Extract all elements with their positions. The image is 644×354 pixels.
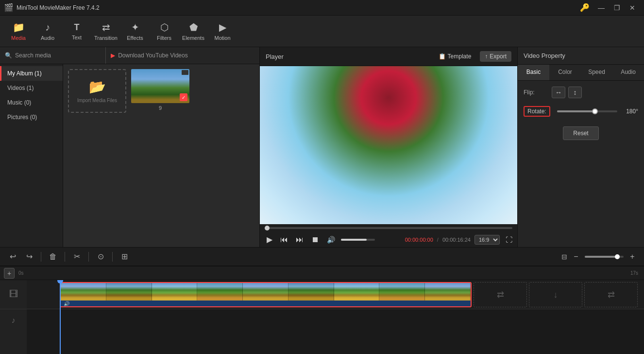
reset-button[interactable]: Reset <box>563 126 598 140</box>
crop-button[interactable]: ⊞ <box>118 250 131 264</box>
cut-button[interactable]: ✂ <box>70 250 84 264</box>
flip-v-icon: ↕ <box>574 88 577 96</box>
toolbar: 📁 Media ♪ Audio T Text ⇄ Transition ✦ Ef… <box>0 16 644 47</box>
flip-h-icon: ↔ <box>555 88 562 96</box>
import-media-btn[interactable]: 📂 Import Media Files <box>68 69 126 113</box>
restore-button[interactable]: ❐ <box>609 1 625 15</box>
flip-horizontal-btn[interactable]: ↔ <box>552 87 565 98</box>
playhead[interactable] <box>60 280 61 354</box>
sidebar-item-music[interactable]: Music (0) <box>0 95 63 110</box>
clip-frame-4 <box>197 283 243 301</box>
timeline-content: 🔊 ⇄ ↓ ⇄ <box>27 280 644 354</box>
clip-audio-icon: 🔊 <box>64 301 69 306</box>
track-labels: 🎞 ♪ <box>0 280 27 354</box>
audio-detach-button[interactable]: ⊙ <box>94 250 107 264</box>
rotate-label-box[interactable]: Rotate: <box>524 106 550 117</box>
progress-bar[interactable] <box>260 224 517 232</box>
media-thumb-label: 9 <box>131 105 189 111</box>
tool-motion[interactable]: ▶ Motion <box>208 17 237 45</box>
media-thumbnail[interactable]: ✓ 9 <box>131 69 189 111</box>
rotate-slider[interactable] <box>557 110 617 112</box>
transition-slot-3[interactable]: ⇄ <box>584 282 638 307</box>
motion-icon: ▶ <box>219 21 226 33</box>
sidebar-item-videos[interactable]: Videos (1) <box>0 81 63 95</box>
download-youtube-btn[interactable]: ▶ Download YouTube Videos <box>106 47 259 64</box>
toolbar-separator-3 <box>88 252 89 262</box>
flip-vertical-btn[interactable]: ↕ <box>568 87 582 98</box>
search-media-btn[interactable]: 🔍 Search media <box>0 47 106 64</box>
tool-media[interactable]: 📁 Media <box>4 17 33 45</box>
delete-button[interactable]: 🗑 <box>46 250 60 264</box>
close-button[interactable]: ✕ <box>625 1 640 15</box>
volume-fill <box>341 239 367 241</box>
transition-slot-2[interactable]: ↓ <box>529 282 582 307</box>
timeline: + 0s 17s 🎞 ♪ <box>0 266 644 354</box>
zoom-fit-icon[interactable]: ⊟ <box>561 253 567 261</box>
transition-slot-icon-1: ⇄ <box>497 289 504 300</box>
tool-elements[interactable]: ⬟ Elements <box>179 17 208 45</box>
transition-slot-1[interactable]: ⇄ <box>474 282 527 307</box>
timeline-header: + 0s 17s <box>0 266 644 280</box>
clip-frame-6 <box>288 283 334 301</box>
tool-effects[interactable]: ✦ Effects <box>120 17 150 45</box>
timeline-body: 🎞 ♪ <box>0 280 644 354</box>
audio-icon: ♪ <box>45 22 50 33</box>
video-scene <box>260 66 517 224</box>
sidebar-item-my-album[interactable]: My Album (1) <box>0 66 63 81</box>
tab-color[interactable]: Color <box>549 65 581 80</box>
zoom-fill <box>585 256 616 258</box>
export-button[interactable]: ↑ Export <box>480 51 511 62</box>
minimize-button[interactable]: — <box>593 1 609 15</box>
fullscreen-button[interactable]: ⛶ <box>506 236 512 244</box>
add-track-button[interactable]: + <box>4 268 15 279</box>
tool-elements-label: Elements <box>182 35 204 41</box>
prev-frame-button[interactable]: ⏮ <box>278 234 290 245</box>
clip-frame-9 <box>425 283 471 301</box>
next-frame-button[interactable]: ⏭ <box>294 234 305 245</box>
tool-filters-label: Filters <box>157 35 171 41</box>
progress-thumb[interactable] <box>265 226 270 230</box>
tool-audio[interactable]: ♪ Audio <box>33 17 62 45</box>
toolbar-separator-4 <box>112 252 113 262</box>
redo-button[interactable]: ↪ <box>22 250 36 264</box>
sidebar-item-pictures[interactable]: Pictures (0) <box>0 110 63 124</box>
volume-slider[interactable] <box>341 239 375 241</box>
undo-button[interactable]: ↩ <box>6 250 19 264</box>
rotate-value: 180° <box>621 108 638 115</box>
tab-basic[interactable]: Basic <box>518 65 549 80</box>
tool-media-label: Media <box>11 35 26 41</box>
clip-filmstrip <box>61 283 471 301</box>
app-icon: 🎬 <box>4 3 14 12</box>
template-button[interactable]: 📋 Template <box>434 51 476 62</box>
tab-speed[interactable]: Speed <box>581 65 612 80</box>
zoom-section: ⊟ − + <box>561 251 638 263</box>
tool-filters[interactable]: ⬡ Filters <box>150 17 179 45</box>
player-controls: ▶ ⏮ ⏭ ⏹ 🔊 00:00:00:00 / 00:00:16:24 16:9… <box>260 232 517 247</box>
zoom-in-button[interactable]: + <box>627 251 638 263</box>
clip-frame-7 <box>334 283 380 301</box>
volume-icon[interactable]: 🔊 <box>325 235 337 245</box>
media-content: 📂 Import Media Files ✓ 9 <box>63 64 259 247</box>
tool-transition[interactable]: ⇄ Transition <box>91 17 120 45</box>
rotate-row: Rotate: 180° <box>524 106 638 117</box>
player-panel: Player 📋 Template ↑ Export ▶ <box>260 47 518 247</box>
tool-audio-label: Audio <box>41 35 54 41</box>
download-yt-label: Download YouTube Videos <box>118 52 187 59</box>
video-track: 🔊 ⇄ ↓ ⇄ <box>27 280 644 309</box>
tool-text[interactable]: T Text <box>62 17 91 45</box>
aspect-ratio-select[interactable]: 16:9 4:3 1:1 9:16 <box>475 235 500 245</box>
play-button[interactable]: ▶ <box>265 234 274 245</box>
stop-button[interactable]: ⏹ <box>309 234 321 245</box>
sidebar: My Album (1) Videos (1) Music (0) Pictur… <box>0 64 63 247</box>
zoom-thumb <box>615 254 620 259</box>
video-clip[interactable]: 🔊 <box>60 282 472 307</box>
text-icon: T <box>74 22 80 33</box>
transition-slot-icon-2: ↓ <box>554 290 558 300</box>
video-track-label: 🎞 <box>0 280 27 309</box>
tab-audio[interactable]: Audio <box>612 65 644 80</box>
zoom-slider[interactable] <box>585 256 624 258</box>
progress-track[interactable] <box>265 227 512 229</box>
elements-icon: ⬟ <box>189 21 198 33</box>
zoom-out-button[interactable]: − <box>570 251 582 263</box>
clip-audio-bar: 🔊 <box>61 301 471 306</box>
